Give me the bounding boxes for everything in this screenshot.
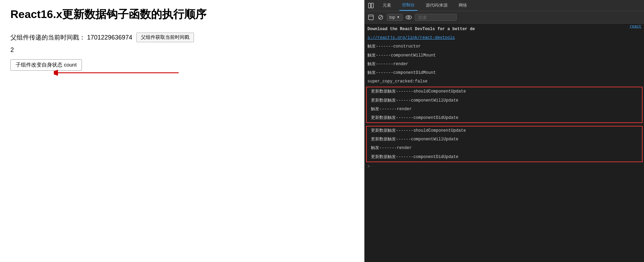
tab-console[interactable]: 控制台 (399, 0, 417, 11)
console-line-download: Download the React DevTools for a better… (365, 25, 644, 34)
svg-rect-2 (368, 3, 371, 8)
group-separator (365, 124, 644, 125)
console-line-constructor: 触发-------constructor (365, 42, 644, 51)
console-line-willupdate-2: 更新数据触发------componentWillUpdate (367, 135, 642, 144)
console-line-willupdate-1: 更新数据触发------componentWillUpdate (367, 96, 642, 105)
console-line-shouldupdate-2: 更新数据触发-------shouldComponentUpdate (367, 126, 642, 135)
parent-time-row: 父组件传递的当前时间戳： 1701229636974 父组件获取当前时间戳 (10, 33, 354, 42)
svg-rect-3 (371, 3, 373, 8)
devtools-tabs-bar: 元素 控制台 源代码/来源 网络 (365, 0, 644, 11)
react-devtools-link[interactable]: react (630, 24, 641, 28)
child-state-button[interactable]: 子组件改变自身状态 count (10, 59, 82, 71)
context-selector[interactable]: top ▼ (387, 14, 402, 21)
console-line-super-copy: super_copy_cracked:false (365, 77, 644, 86)
svg-point-9 (408, 16, 409, 18)
console-toolbar: top ▼ (365, 11, 644, 24)
console-prompt: > (365, 163, 644, 171)
page-title: React16.x更新数据钩子函数的执行顺序 (10, 7, 354, 22)
parent-time-label: 父组件传递的当前时间戳： 1701229636974 (10, 33, 132, 42)
tab-elements[interactable]: 元素 (380, 0, 394, 11)
console-line-render-1: 触发-------render (365, 60, 644, 69)
console-line-render-2: 触发-------render (367, 105, 642, 114)
chevron-down-icon: ▼ (397, 15, 400, 19)
eye-icon[interactable] (405, 14, 412, 21)
update-group-1: 更新数据触发-------shouldComponentUpdate 更新数据触… (366, 87, 643, 123)
devtools-expand-icon[interactable] (367, 2, 374, 9)
svg-rect-4 (368, 15, 373, 20)
tab-network[interactable]: 网络 (456, 0, 470, 11)
console-line-componentdidmount: 触发-------componentDidMount (365, 69, 644, 77)
svg-point-8 (406, 16, 412, 19)
block-icon[interactable] (377, 14, 384, 21)
svg-line-7 (379, 16, 382, 19)
left-panel: React16.x更新数据钩子函数的执行顺序 父组件传递的当前时间戳： 1701… (0, 0, 364, 262)
console-line-componentwillmount: 触发------componentWillMount (365, 51, 644, 60)
get-time-button[interactable]: 父组件获取当前时间戳 (136, 33, 194, 42)
console-line-devtools-url[interactable]: s://reactjs.org/link/react-devtools (365, 34, 644, 42)
tab-sources[interactable]: 源代码/来源 (423, 0, 450, 11)
clear-console-icon[interactable] (367, 14, 374, 21)
console-filter-input[interactable] (415, 14, 457, 21)
console-line-render-3: 触发-------render (367, 144, 642, 152)
timestamp-value: 1701229636974 (87, 34, 132, 41)
count-display: 2 (10, 46, 354, 54)
console-line-didupdate-1: 更新数据触发-------componentDidUpdate (367, 114, 642, 122)
console-line-didupdate-2: 更新数据触发-------componentDidUpdate (367, 153, 642, 161)
console-output: react Download the React DevTools for a … (365, 24, 644, 262)
update-group-2: 更新数据触发-------shouldComponentUpdate 更新数据触… (366, 126, 643, 162)
console-line-shouldupdate-1: 更新数据触发-------shouldComponentUpdate (367, 87, 642, 96)
devtools-panel: 元素 控制台 源代码/来源 网络 top ▼ (364, 0, 644, 262)
